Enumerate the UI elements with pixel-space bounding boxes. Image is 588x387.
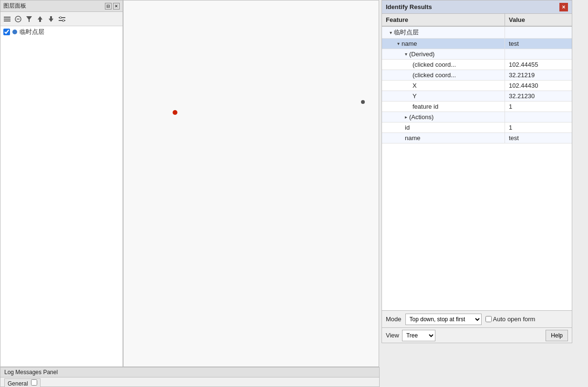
row-value [505,27,572,38]
log-content: General [0,377,379,387]
row-value: 102.44455 [505,60,572,70]
row-feature-text: 临时点层 [394,28,419,37]
mode-select[interactable]: Top down, stop at first Top down Bottom … [405,314,482,325]
row-value: test [505,39,572,49]
expand-icon[interactable]: ▾ [390,30,392,35]
layer-panel: 图层面板 ⊟ ✕ 临时点层 [0,0,123,367]
table-row[interactable]: name test [382,133,572,143]
log-panel-title: Log Messages Panel [0,367,379,377]
table-row[interactable]: (clicked coord... 32.21219 [382,70,572,81]
log-panel: Log Messages Panel General [0,367,380,387]
identify-title: Identify Results [386,3,432,10]
row-value [505,112,572,122]
identify-close-button[interactable]: × [559,3,568,11]
move-down-icon[interactable] [46,14,56,24]
log-tab-label: General [8,380,28,387]
log-tab-general[interactable]: General [4,378,41,387]
row-feature-text: (Actions) [409,113,433,121]
table-row[interactable]: (clicked coord... 102.44455 [382,60,572,70]
view-select[interactable]: Tree Table [402,330,435,341]
row-value: 102.44430 [505,81,572,91]
layer-name: 临时点层 [20,28,44,36]
identify-footer: View Tree Table Help [382,327,572,343]
auto-open-text: Auto open form [493,316,536,323]
svg-marker-5 [26,16,32,22]
layer-panel-title: 图层面板 [3,2,26,10]
svg-rect-0 [4,17,10,18]
row-feature-text: feature id [413,103,438,110]
table-row[interactable]: ▸ (Actions) [382,112,572,122]
row-value: 1 [505,122,572,132]
row-feature: (clicked coord... [382,70,505,80]
row-feature: (clicked coord... [382,60,505,70]
table-row[interactable]: ▾ (Derived) [382,49,572,60]
header-value: Value [505,14,572,26]
move-up-icon[interactable] [35,14,45,24]
row-value: 32.21230 [505,91,572,101]
identify-panel: Identify Results × Feature Value ▾ 临时点层 … [382,0,572,343]
expand-icon[interactable]: ▸ [405,114,407,120]
row-value: test [505,133,572,143]
row-feature: name [382,133,505,143]
row-feature: X [382,81,505,91]
row-feature-text: id [405,124,410,131]
row-feature: feature id [382,102,505,112]
svg-rect-1 [4,19,10,20]
identify-table: Feature Value ▾ 临时点层 ▾ name test ▾ (Deri… [382,14,572,310]
row-value: 1 [505,102,572,112]
map-point-red [173,110,177,115]
row-value [505,49,572,59]
table-row[interactable]: id 1 [382,122,572,133]
view-label: View [386,332,399,339]
remove-layer-icon[interactable] [13,14,23,24]
svg-rect-7 [39,20,41,22]
row-feature-text: (Derived) [409,51,434,58]
table-row[interactable]: ▾ 临时点层 [382,27,572,39]
titlebar-buttons: ⊟ ✕ [105,3,120,10]
row-feature-text: X [413,82,417,89]
table-row[interactable]: feature id 1 [382,102,572,112]
row-feature: Y [382,91,505,101]
layer-panel-toolbar [0,12,123,26]
svg-point-12 [60,17,62,19]
add-layer-icon[interactable] [2,14,12,24]
svg-rect-2 [4,20,10,21]
row-feature: ▾ name [382,39,505,49]
help-button[interactable]: Help [546,330,568,341]
expand-icon[interactable]: ▾ [405,51,407,57]
layer-checkbox[interactable] [3,29,10,35]
auto-open-label: Auto open form [485,316,536,323]
row-value: 32.21219 [505,70,572,80]
identify-mode-bar: Mode Top down, stop at first Top down Bo… [382,310,572,327]
row-feature-text: (clicked coord... [413,61,456,68]
header-feature: Feature [382,14,505,26]
table-row[interactable]: Y 32.21230 [382,91,572,102]
svg-rect-9 [50,16,52,19]
table-row[interactable]: ▾ name test [382,39,572,49]
log-tab-checkbox[interactable] [31,379,37,386]
map-canvas[interactable] [123,0,379,367]
layer-panel-titlebar: 图层面板 ⊟ ✕ [0,0,123,12]
mode-label: Mode [386,316,402,323]
layer-dot [12,30,17,34]
layer-list: 临时点层 [0,26,123,367]
row-feature: ▾ 临时点层 [382,27,505,38]
layer-item[interactable]: 临时点层 [0,26,123,38]
row-feature: ▾ (Derived) [382,49,505,59]
filter-icon[interactable] [24,14,34,24]
table-row[interactable]: X 102.44430 [382,81,572,91]
identify-titlebar: Identify Results × [382,0,572,14]
close-button[interactable]: ✕ [113,3,120,10]
row-feature-text: name [405,134,421,142]
svg-point-13 [62,20,64,21]
svg-marker-6 [38,16,42,20]
row-feature-text: name [402,40,417,47]
table-header: Feature Value [382,14,572,27]
minimize-button[interactable]: ⊟ [105,3,112,10]
row-feature-text: Y [413,92,417,100]
auto-open-checkbox[interactable] [485,316,492,322]
expand-icon[interactable]: ▾ [397,41,400,46]
svg-marker-8 [49,19,53,22]
settings-icon[interactable] [57,14,67,24]
row-feature-text: (clicked coord... [413,71,456,79]
